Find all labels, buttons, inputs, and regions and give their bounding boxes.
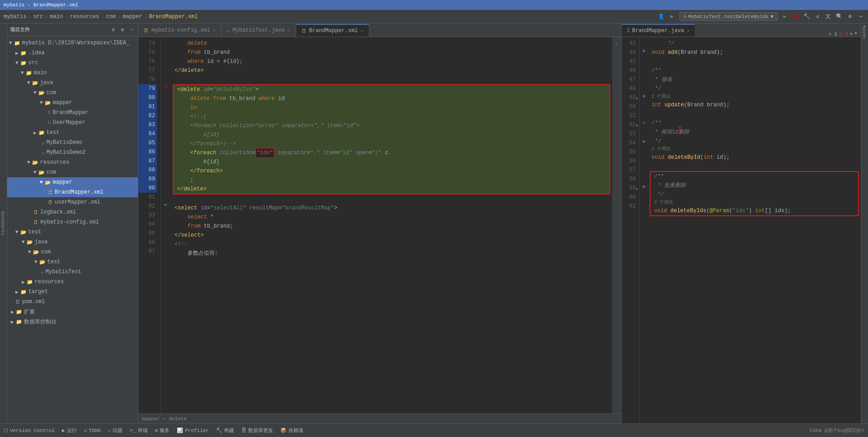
sidebar-collapse[interactable]: — xyxy=(128,26,135,33)
sidebar-settings[interactable]: ⚙ xyxy=(110,26,117,33)
build-button[interactable]: 🔨 xyxy=(803,13,810,20)
tree-main[interactable]: ▼ 📁 main xyxy=(7,68,138,78)
folder-icon-testres: ▶ xyxy=(22,279,25,285)
deps-btn[interactable]: 📦 依赖项 xyxy=(280,427,303,434)
tree-res-com[interactable]: ▼ 📂 com xyxy=(7,167,138,177)
expand-icon-rescom: ▼ xyxy=(33,170,37,175)
terminal-btn[interactable]: >_ 终端 xyxy=(130,427,147,434)
problems-btn[interactable]: ⚠ 问题 xyxy=(108,427,123,434)
nav-down[interactable]: ▼ xyxy=(854,31,857,36)
more-icon[interactable]: ⋯ xyxy=(857,13,864,20)
gutter-74 xyxy=(161,37,171,46)
tab-close-brand[interactable]: ✕ xyxy=(361,28,363,33)
java-icon-demo2: ☕ xyxy=(42,150,45,156)
folder-icon-testjava: 📂 xyxy=(27,239,33,245)
debug-icon[interactable]: ▶ xyxy=(669,13,676,20)
run-button[interactable]: ▶ xyxy=(781,13,788,20)
gutter-90 xyxy=(161,182,171,191)
tree-mybatistest[interactable]: ☕ MybatisTest xyxy=(7,267,138,277)
watermark: CSDN @那个bug我写的> xyxy=(810,427,864,434)
tree-extend[interactable]: ▶ 📁 扩展 xyxy=(7,307,138,317)
tree-logback[interactable]: 🗒 logback.xml xyxy=(7,207,138,217)
tree-target[interactable]: ▶ 📁 target xyxy=(7,287,138,297)
code-line-81: in xyxy=(174,103,609,112)
red-box-block: <delete id="deleteByIds"> delete from tb… xyxy=(173,84,610,195)
tree-res-mapper[interactable]: ▼ 📂 mapper xyxy=(7,177,138,187)
run-btn[interactable]: ▶ 运行 xyxy=(62,427,77,434)
right-panel: C BrandMapper.java ✕ ⚠ 1 △ 1 ▲ ▼ 43 44 4… xyxy=(621,24,861,423)
tree-db[interactable]: ▶ 📁 数据库控制台 xyxy=(7,317,138,327)
code-line-85: </foreach>)--> xyxy=(174,139,609,148)
tree-mybatisdemo2[interactable]: ☕ MyBatisDemo2 xyxy=(7,147,138,157)
tree-usermapper-java[interactable]: C UserMapper xyxy=(7,118,138,128)
run-config[interactable]: ⚙ MybatisTest.testDeleteByIds ▼ xyxy=(679,12,778,21)
right-line-49: int update(Brand brand); xyxy=(648,100,861,109)
tree-brandmapper-java[interactable]: C BrandMapper xyxy=(7,108,138,118)
tree-test-resources[interactable]: ▶ 📁 resources xyxy=(7,277,138,287)
maven-label[interactable]: Maven xyxy=(861,25,866,39)
code-content[interactable]: delete from tb_brand where id = #{id}; <… xyxy=(171,37,612,413)
folder-icon-rescom: 📂 xyxy=(38,170,45,176)
right-code-content[interactable]: */ void add(Brand brand); /** * 修改 xyxy=(648,37,861,423)
code-line-90: </delete> xyxy=(174,185,609,194)
reload-button[interactable]: ↺ xyxy=(814,13,821,20)
code-line-91 xyxy=(171,195,612,204)
editor-tabs: 🗒 mybatis-config.xml ✕ ☕ MybatisTest.jav… xyxy=(138,24,621,37)
tree-mybatis[interactable]: ▼ 📁 mybatis D:\29128\Workspaces\IDEA_ xyxy=(7,38,138,48)
todo-btn[interactable]: ☑ TODO xyxy=(84,428,101,433)
user-icon[interactable]: 👤 xyxy=(658,13,665,20)
right-line-48: */ xyxy=(648,84,861,93)
tree-test-com[interactable]: ▼ 📂 com xyxy=(7,247,138,257)
tab-mybatis-config[interactable]: 🗒 mybatis-config.xml ✕ xyxy=(138,24,222,37)
code-line-87: #{id} xyxy=(174,157,609,166)
code-line-97: 参数占位符: xyxy=(171,249,612,258)
right-line-43: */ xyxy=(648,39,861,48)
tree-mybatis-config[interactable]: 🗒 mybatis-config.xml xyxy=(7,217,138,227)
tree-src[interactable]: ▼ 📁 src xyxy=(7,58,138,68)
tree-usermapper-xml[interactable]: 🗒 userMapper.xml xyxy=(7,197,138,207)
settings-icon[interactable]: ⚙ xyxy=(846,13,854,20)
tree-test-pkg[interactable]: ▶ 📁 test xyxy=(7,128,138,138)
search-icon[interactable]: 🔍 xyxy=(835,13,843,20)
tree-pom[interactable]: 🗒 pom.xml xyxy=(7,297,138,307)
tree-test-src[interactable]: ▼ 📂 test xyxy=(7,227,138,237)
translate-icon[interactable]: 文 xyxy=(825,13,832,20)
nav-up[interactable]: ▲ xyxy=(850,31,853,36)
tree-mapper[interactable]: ▼ 📂 mapper xyxy=(7,98,138,108)
build-btn[interactable]: 🔨 构建 xyxy=(216,427,234,434)
db-changes-btn[interactable]: 🗄 数据库更改 xyxy=(241,427,273,434)
profiler-btn[interactable]: 📊 Profiler xyxy=(177,428,209,433)
sidebar-tree: ▼ 📁 mybatis D:\29128\Workspaces\IDEA_ ▶ … xyxy=(7,36,138,423)
version-control-btn[interactable]: ⬡ Version Control xyxy=(4,428,55,433)
tree-brandmapper-xml[interactable]: 🗒 BrandMapper.xml xyxy=(7,187,138,197)
tab-close-test[interactable]: ✕ xyxy=(288,28,290,33)
todo-icon: ☑ xyxy=(84,428,87,433)
right-tab-close[interactable]: ✕ xyxy=(687,28,689,33)
tree-java[interactable]: ▼ 📂 java xyxy=(7,78,138,88)
fi-extend: 📁 xyxy=(16,309,22,315)
error-icon: △ 1 xyxy=(839,31,848,37)
tree-mybatisdemo[interactable]: ☕ MyBatisDemo xyxy=(7,138,138,147)
tab-brandmapper[interactable]: 🗒 BrandMapper.xml ✕ xyxy=(296,24,369,37)
right-tab-brandmapper[interactable]: C BrandMapper.java ✕ xyxy=(622,24,695,37)
tree-idea[interactable]: ▶ 📁 .idea xyxy=(7,48,138,58)
tree-resources[interactable]: ▼ 📂 resources xyxy=(7,157,138,167)
line-numbers: 74 75 76 77 78 79 80 81 82 83 84 85 86 8… xyxy=(138,37,161,413)
tree-test-test[interactable]: ▼ 📂 test xyxy=(7,257,138,267)
tab-icon-config: 🗒 xyxy=(144,28,149,33)
sidebar-expand[interactable]: ⊞ xyxy=(119,26,126,33)
tab-icon-brand: 🗒 xyxy=(302,28,307,34)
expand-icon-resmapper: ▼ xyxy=(40,180,43,185)
services-btn[interactable]: ⚙ 服务 xyxy=(155,427,170,434)
code-line-96: <!-- xyxy=(171,240,612,249)
toolbar-right: 👤 ▶ ⚙ MybatisTest.testDeleteByIds ▼ ▶ ⏹ … xyxy=(658,12,864,21)
right-line-47: * 修改 xyxy=(648,75,861,84)
tab-mybatistest[interactable]: ☕ MybatisTest.java ✕ xyxy=(222,24,296,37)
bookmarks-label[interactable]: Bookmarks xyxy=(0,211,5,236)
stop-button[interactable]: ⏹ xyxy=(792,13,799,20)
folder-icon-target: ▶ xyxy=(15,289,19,295)
tree-com[interactable]: ▼ 📂 com xyxy=(7,88,138,98)
expand-icon-java: ▼ xyxy=(27,80,30,86)
tab-close-config[interactable]: ✕ xyxy=(213,28,216,33)
tree-test-java[interactable]: ▼ 📂 java xyxy=(7,237,138,247)
